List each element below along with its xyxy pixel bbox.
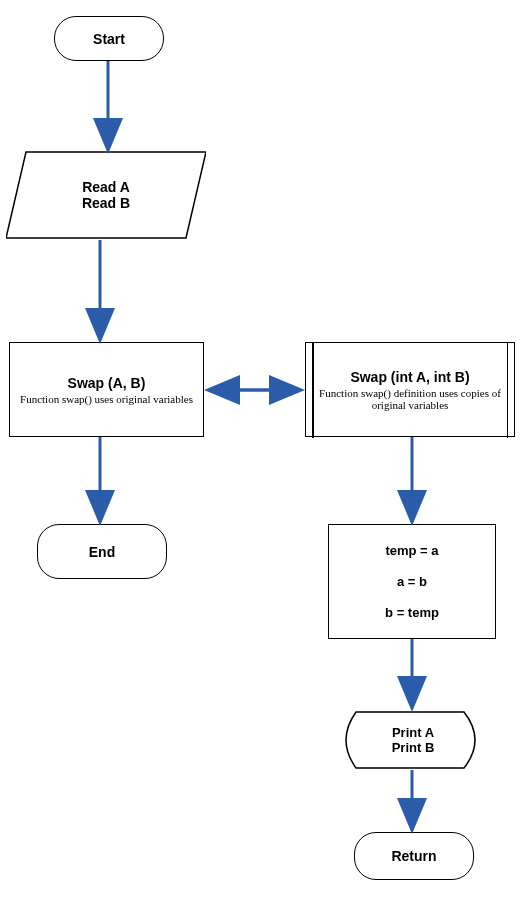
end-node: End [37,524,167,579]
assign-line-2: a = b [397,574,427,589]
end-label: End [89,544,115,560]
assign-line-3: b = temp [385,605,439,620]
assign-node: temp = a a = b b = temp [328,524,496,639]
start-node: Start [54,16,164,61]
swap-def-title: Swap (int A, int B) [350,369,469,385]
start-label: Start [93,31,125,47]
print-node: Print A Print B [338,710,488,770]
swap-def-node: Swap (int A, int B) Function swap() defi… [305,342,515,437]
swap-call-title: Swap (A, B) [68,375,146,391]
assign-line-1: temp = a [385,543,438,558]
swap-def-subtitle: Function swap() definition uses copies o… [306,387,514,411]
return-node: Return [354,832,474,880]
print-a-label: Print A [392,725,434,740]
print-b-label: Print B [392,740,435,755]
swap-call-subtitle: Function swap() uses original variables [14,393,199,405]
read-b-label: Read B [82,195,130,211]
read-a-label: Read A [82,179,130,195]
read-node: Read A Read B [6,150,206,240]
return-label: Return [391,848,436,864]
swap-call-node: Swap (A, B) Function swap() uses origina… [9,342,204,437]
